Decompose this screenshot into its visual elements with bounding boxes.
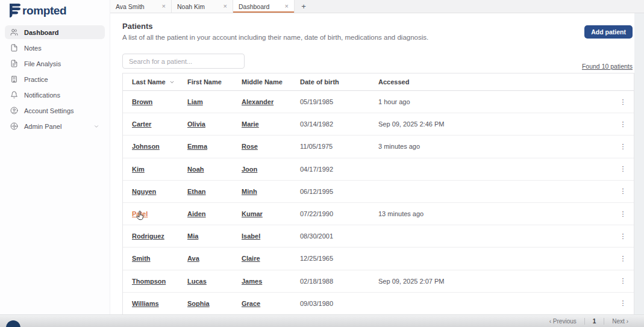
row-menu-button[interactable]: ⋮ [612, 210, 634, 218]
patient-last-name-link[interactable]: Carter [132, 120, 151, 128]
patient-middle-name-link[interactable]: Alexander [242, 98, 274, 105]
patient-dob: 03/14/1982 [291, 120, 369, 128]
patient-first-name-link[interactable]: Lucas [187, 278, 207, 285]
patient-last-name-link[interactable]: Nguyen [132, 188, 156, 195]
row-menu-button[interactable]: ⋮ [612, 255, 634, 263]
row-menu-button[interactable]: ⋮ [612, 120, 634, 128]
patient-last-name-link[interactable]: Thompson [132, 278, 166, 285]
sidebar-item-notifications[interactable]: Notifications [5, 88, 105, 102]
next-page-button[interactable]: Next › [612, 318, 628, 325]
patient-first-name-link[interactable]: Sophia [187, 300, 210, 307]
table-row: Rodriguez Mia Isabel 08/30/2001 ⋮ [123, 225, 634, 248]
patient-accessed: Sep 09, 2025 2:07 PM [369, 278, 612, 285]
row-menu-button[interactable]: ⋮ [612, 98, 634, 106]
patient-accessed: 3 minutes ago [369, 143, 612, 150]
table-row: Nguyen Ethan Minh 06/12/1995 ⋮ [123, 181, 634, 203]
patient-last-name-link[interactable]: Rodriguez [132, 232, 164, 240]
table-row: Smith Ava Claire 12/25/1965 ⋮ [123, 248, 634, 270]
patient-middle-name-link[interactable]: Marie [242, 120, 259, 128]
pager-divider [584, 318, 585, 325]
close-icon[interactable]: × [158, 3, 166, 10]
patient-middle-name-link[interactable]: Claire [242, 255, 260, 262]
current-page-number[interactable]: 1 [593, 318, 596, 325]
new-tab-button[interactable]: + [295, 0, 313, 13]
patient-first-name-link[interactable]: Emma [187, 143, 207, 150]
users-icon [10, 28, 18, 36]
patient-last-name-link[interactable]: Williams [132, 300, 159, 307]
patient-first-name-link[interactable]: Mia [187, 232, 198, 240]
page-subtitle: A list of all the patient in your accoun… [122, 34, 428, 41]
tab-label: Ava Smith [116, 3, 145, 10]
patient-first-name-link[interactable]: Ava [187, 255, 199, 262]
app-window: rompted Dashboard Notes File Analysis Pr… [0, 0, 644, 327]
patient-last-name-link[interactable]: Smith [132, 255, 151, 262]
patient-middle-name-link[interactable]: Kumar [242, 210, 263, 217]
patient-first-name-link[interactable]: Olivia [187, 120, 205, 128]
mouse-cursor-hand [136, 211, 145, 221]
sort-chevron-icon [169, 79, 175, 85]
table-row: Williams Sophia Grace 09/03/1980 ⋮ [123, 293, 634, 315]
prompted-p-icon [8, 3, 22, 18]
row-menu-button[interactable]: ⋮ [612, 277, 634, 285]
column-header-middle-name: Middle Name [233, 78, 291, 86]
sidebar-item-practice[interactable]: Practice [5, 72, 105, 86]
patient-middle-name-link[interactable]: Rose [242, 143, 258, 150]
sidebar-item-dashboard[interactable]: Dashboard [5, 25, 105, 39]
sidebar-item-label: Notes [24, 45, 42, 52]
patient-last-name-link[interactable]: Brown [132, 98, 152, 105]
right-gutter [634, 13, 644, 314]
patient-middle-name-link[interactable]: Isabel [242, 232, 260, 240]
close-icon[interactable]: × [220, 3, 227, 10]
patient-dob: 09/03/1980 [291, 300, 369, 307]
table-row: Patel Aiden Kumar 07/22/1990 13 minutes … [123, 203, 634, 225]
add-patient-button[interactable]: Add patient [584, 25, 633, 39]
document-icon [10, 44, 18, 52]
tab-ava-smith[interactable]: Ava Smith × [110, 0, 172, 13]
patient-first-name-link[interactable]: Noah [187, 166, 204, 173]
row-menu-button[interactable]: ⋮ [612, 165, 634, 173]
sidebar-item-label: Notifications [24, 92, 60, 99]
patient-middle-name-link[interactable]: Joon [242, 166, 257, 173]
patient-dob: 11/05/1975 [291, 143, 369, 150]
sidebar-item-notes[interactable]: Notes [5, 41, 105, 55]
patient-dob: 04/17/1992 [291, 166, 369, 173]
found-patients-link[interactable]: Found 10 patients [582, 63, 633, 70]
sidebar-item-label: Practice [24, 76, 48, 83]
column-header-first-name: First Name [178, 78, 233, 86]
patient-last-name-link[interactable]: Johnson [132, 143, 160, 150]
previous-page-button[interactable]: ‹ Previous [549, 318, 577, 325]
column-header-accessed: Accessed [369, 78, 612, 86]
building-icon [10, 75, 18, 83]
patient-accessed: Sep 09, 2025 2:46 PM [369, 120, 612, 128]
sidebar-item-admin-panel[interactable]: Admin Panel [5, 119, 105, 133]
patient-last-name-link[interactable]: Kim [132, 166, 145, 173]
table-row: Johnson Emma Rose 11/05/1975 3 minutes a… [123, 135, 634, 158]
pagination: ‹ Previous 1 Next › [549, 315, 628, 327]
file-text-icon [10, 60, 18, 67]
tab-dashboard[interactable]: Dashboard × [233, 0, 295, 13]
row-menu-button[interactable]: ⋮ [612, 143, 634, 151]
patient-middle-name-link[interactable]: Minh [242, 188, 257, 195]
patient-dob: 02/18/1988 [291, 278, 369, 285]
sidebar-nav: Dashboard Notes File Analysis Practice N… [5, 25, 105, 135]
row-menu-button[interactable]: ⋮ [612, 187, 634, 195]
tab-noah-kim[interactable]: Noah Kim × [172, 0, 233, 13]
pager-divider [604, 318, 604, 325]
search-input[interactable] [122, 54, 245, 69]
patient-middle-name-link[interactable]: Grace [242, 300, 260, 307]
patient-first-name-link[interactable]: Ethan [187, 188, 206, 195]
sidebar-item-account-settings[interactable]: Account Settings [5, 104, 105, 117]
close-icon[interactable]: × [281, 3, 289, 10]
row-menu-button[interactable]: ⋮ [612, 232, 634, 240]
sidebar-item-file-analysis[interactable]: File Analysis [5, 57, 105, 70]
patient-accessed: 1 hour ago [369, 98, 612, 105]
sidebar: rompted Dashboard Notes File Analysis Pr… [0, 0, 110, 327]
table-row: Brown Liam Alexander 05/19/1985 1 hour a… [123, 91, 634, 113]
patient-middle-name-link[interactable]: James [242, 278, 262, 285]
column-header-last-name[interactable]: Last Name [123, 78, 178, 86]
patient-first-name-link[interactable]: Aiden [187, 210, 206, 217]
patients-table-body: Brown Liam Alexander 05/19/1985 1 hour a… [123, 91, 634, 315]
table-header-row: Last Name First Name Middle Name Date of… [123, 73, 634, 91]
row-menu-button[interactable]: ⋮ [612, 299, 634, 307]
patient-first-name-link[interactable]: Liam [187, 98, 203, 105]
